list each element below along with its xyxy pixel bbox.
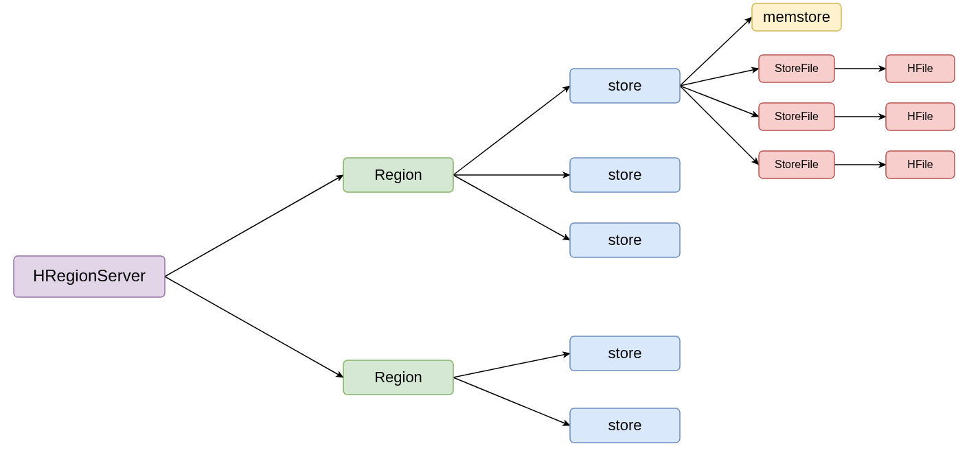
storefile2-label: StoreFile bbox=[775, 110, 819, 122]
store4-label: store bbox=[608, 344, 642, 362]
region2-label: Region bbox=[374, 368, 422, 386]
hfile2-label: HFile bbox=[907, 110, 933, 122]
storefile1-node: StoreFile bbox=[759, 55, 834, 82]
storefile3-node: StoreFile bbox=[759, 151, 834, 178]
storefile3-label: StoreFile bbox=[775, 159, 819, 170]
hregionserver-node: HRegionServer bbox=[14, 256, 165, 297]
store5-label: store bbox=[608, 417, 642, 434]
region1-label: Region bbox=[374, 166, 422, 183]
store3-label: store bbox=[608, 231, 642, 248]
store2-label: store bbox=[608, 166, 642, 183]
region1-node: Region bbox=[343, 158, 453, 192]
hfile1-label: HFile bbox=[907, 62, 933, 74]
edge-region1-store1 bbox=[453, 86, 570, 175]
diagram-canvas: HRegionServerRegionRegionstorestorestore… bbox=[0, 0, 980, 468]
store1-label: store bbox=[608, 77, 642, 94]
edge-hregionserver-region2 bbox=[165, 277, 343, 377]
store2-node: store bbox=[570, 158, 680, 192]
store4-node: store bbox=[570, 336, 680, 371]
edge-hregionserver-region1 bbox=[165, 175, 343, 277]
edge-store1-memstore bbox=[680, 17, 752, 86]
edge-store1-storefile1 bbox=[680, 69, 759, 86]
hfile1-node: HFile bbox=[886, 55, 955, 82]
edge-region2-store4 bbox=[453, 353, 570, 377]
storefile2-node: StoreFile bbox=[759, 103, 834, 130]
hfile3-node: HFile bbox=[886, 151, 955, 178]
region2-node: Region bbox=[343, 360, 453, 395]
store1-node: store bbox=[570, 69, 680, 103]
edge-store1-storefile2 bbox=[680, 86, 759, 117]
memstore-node: memstore bbox=[752, 3, 841, 31]
memstore-label: memstore bbox=[763, 8, 830, 25]
store5-node: store bbox=[570, 408, 680, 443]
edge-store1-storefile3 bbox=[680, 86, 759, 165]
edge-region2-store5 bbox=[453, 377, 570, 425]
hfile3-label: HFile bbox=[907, 159, 933, 170]
edge-region1-store3 bbox=[453, 175, 570, 240]
store3-node: store bbox=[570, 223, 680, 257]
storefile1-label: StoreFile bbox=[775, 62, 819, 74]
hfile2-node: HFile bbox=[886, 103, 955, 130]
hregionserver-label: HRegionServer bbox=[33, 266, 146, 285]
